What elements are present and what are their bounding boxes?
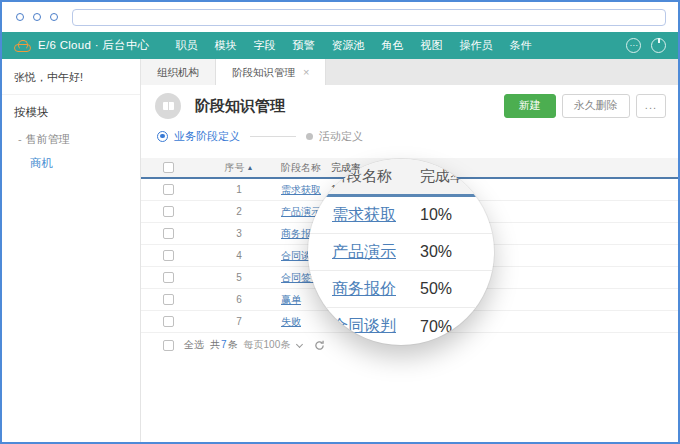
url-bar[interactable] — [72, 9, 666, 26]
top-navbar: E/6 Cloud · 后台中心 职员 模块 字段 预警 资源池 角色 视图 操… — [2, 32, 678, 59]
row-index: 2 — [197, 206, 281, 217]
lens-rate-value: 50% — [420, 280, 452, 298]
nav-item-operator[interactable]: 操作员 — [460, 38, 493, 53]
brand-title: E/6 Cloud · 后台中心 — [38, 38, 150, 53]
nav-item-resource-pool[interactable]: 资源池 — [332, 38, 365, 53]
create-button[interactable]: 新建 — [504, 94, 556, 117]
sidebar-group-presales[interactable]: -售前管理 — [2, 126, 140, 151]
row-index: 4 — [197, 250, 281, 261]
row-checkbox[interactable] — [163, 272, 174, 283]
chevron-down-icon[interactable] — [296, 340, 303, 347]
stage-link[interactable]: 失败 — [281, 316, 301, 327]
nav-item-staff[interactable]: 职员 — [176, 38, 198, 53]
row-checkbox[interactable] — [163, 316, 174, 327]
power-line-glyph — [658, 37, 660, 43]
main-panel: 组织机构 阶段知识管理 × 阶段知识管理 新建 永久删除 ... — [141, 59, 678, 442]
per-page-select[interactable]: 每页100条 — [244, 338, 291, 352]
header-actions: 新建 永久删除 ... — [504, 94, 666, 117]
tab-label: 组织机构 — [157, 59, 199, 85]
nav-item-alert[interactable]: 预警 — [293, 38, 315, 53]
ellipsis-glyph: ⋯ — [630, 42, 638, 50]
app-window: E/6 Cloud · 后台中心 职员 模块 字段 预警 资源池 角色 视图 操… — [0, 0, 680, 444]
definition-toggle: 业务阶段定义 活动定义 — [141, 127, 678, 151]
book-icon — [155, 93, 181, 119]
browser-titlebar — [2, 2, 678, 32]
window-controls — [16, 13, 58, 21]
page-title: 阶段知识管理 — [195, 97, 504, 116]
more-actions-button[interactable]: ... — [636, 94, 666, 117]
lens-rate-value: 30% — [420, 243, 452, 261]
magnifier-lens: 阶段名称 完成率 需求获取 10% 产品演示 30% 商务报价 50% — [308, 159, 494, 345]
stage-link[interactable]: 赢单 — [281, 294, 301, 305]
header-index[interactable]: 序号▲ — [197, 161, 281, 175]
window-control-icon[interactable] — [33, 13, 41, 21]
more-options-icon[interactable]: ⋯ — [626, 38, 641, 53]
lens-row: 需求获取 10% — [308, 197, 494, 234]
stage-link[interactable]: 需求获取 — [281, 184, 321, 195]
body-row: 张悦，中午好! 按模块 -售前管理 商机 组织机构 阶段知识管理 × — [2, 59, 678, 442]
refresh-icon[interactable] — [314, 340, 325, 351]
lens-rate-value: 10% — [420, 206, 452, 224]
header-stage-name[interactable]: 阶段名称 — [281, 161, 331, 175]
row-index: 7 — [197, 316, 281, 327]
row-checkbox[interactable] — [163, 184, 174, 195]
tab-bar: 组织机构 阶段知识管理 × — [141, 59, 678, 85]
select-all-label[interactable]: 全选 — [184, 338, 204, 352]
power-icon[interactable] — [651, 38, 666, 53]
page-content: 阶段知识管理 新建 永久删除 ... 业务阶段定义 活动定义 — [141, 85, 678, 442]
lens-stage-link: 商务报价 — [332, 279, 420, 300]
radio-unselected-icon[interactable] — [306, 133, 313, 140]
permanent-delete-button[interactable]: 永久删除 — [562, 94, 630, 117]
row-checkbox[interactable] — [163, 250, 174, 261]
sidebar-item-opportunity[interactable]: 商机 — [2, 151, 140, 175]
toggle-activity[interactable]: 活动定义 — [319, 129, 363, 144]
nav-item-condition[interactable]: 条件 — [510, 38, 532, 53]
toggle-business-stage[interactable]: 业务阶段定义 — [174, 129, 240, 144]
nav-item-field[interactable]: 字段 — [254, 38, 276, 53]
sort-asc-icon[interactable]: ▲ — [247, 164, 254, 171]
lens-row: 商务报价 50% — [308, 271, 494, 308]
toggle-connector-line — [250, 136, 296, 137]
lens-stage-link: 产品演示 — [332, 242, 420, 263]
row-checkbox[interactable] — [163, 294, 174, 305]
navbar-right-icons: ⋯ — [626, 38, 666, 53]
lens-row: 产品演示 30% — [308, 234, 494, 271]
sidebar-group-label: 售前管理 — [26, 133, 70, 145]
lens-stage-link: 需求获取 — [332, 205, 420, 226]
nav-item-view[interactable]: 视图 — [421, 38, 443, 53]
radio-selected-icon[interactable] — [157, 131, 168, 142]
collapse-marker-icon: - — [18, 133, 22, 145]
select-all-checkbox[interactable] — [163, 162, 174, 173]
row-checkbox[interactable] — [163, 228, 174, 239]
row-index: 1 — [197, 184, 281, 195]
tab-label: 阶段知识管理 — [232, 59, 295, 85]
window-control-icon[interactable] — [50, 13, 58, 21]
tab-organization[interactable]: 组织机构 — [141, 59, 216, 85]
user-greeting: 张悦，中午好! — [2, 59, 140, 95]
main-menu: 职员 模块 字段 预警 资源池 角色 视图 操作员 条件 — [176, 38, 626, 53]
sidebar-section-title: 按模块 — [2, 95, 140, 126]
nav-item-role[interactable]: 角色 — [382, 38, 404, 53]
sidebar: 张悦，中午好! 按模块 -售前管理 商机 — [2, 59, 141, 442]
close-icon[interactable]: × — [303, 59, 309, 85]
row-checkbox[interactable] — [163, 206, 174, 217]
row-index: 6 — [197, 294, 281, 305]
cloud-logo-icon — [14, 44, 31, 52]
nav-item-module[interactable]: 模块 — [215, 38, 237, 53]
window-control-icon[interactable] — [16, 13, 24, 21]
footer-select-all-checkbox[interactable] — [163, 340, 174, 351]
row-index: 3 — [197, 228, 281, 239]
total-count-text: 共7条 — [210, 338, 238, 352]
row-index: 5 — [197, 272, 281, 283]
page-header: 阶段知识管理 新建 永久删除 ... — [141, 85, 678, 127]
tab-stage-knowledge[interactable]: 阶段知识管理 × — [216, 59, 326, 85]
